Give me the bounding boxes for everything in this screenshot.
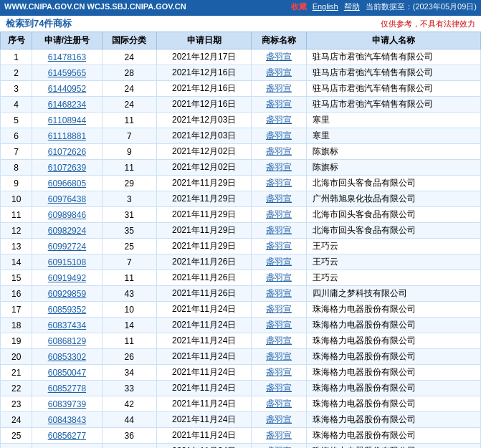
cell-intl-class: 26 bbox=[102, 349, 157, 365]
cell-trademark-name[interactable]: 盏羽宣 bbox=[252, 349, 307, 365]
cell-trademark-name[interactable]: 盏羽宣 bbox=[252, 81, 307, 97]
cell-app-no[interactable]: 60966805 bbox=[32, 176, 102, 191]
cell-seq: 10 bbox=[1, 191, 32, 207]
cell-app-date: 2021年12月03日 bbox=[157, 128, 252, 144]
cell-app-no[interactable]: 60976438 bbox=[32, 191, 102, 207]
cell-trademark-name[interactable]: 盏羽宣 bbox=[252, 49, 307, 65]
cell-trademark-name[interactable]: 盏羽宣 bbox=[252, 286, 307, 302]
cell-app-no[interactable]: 61118881 bbox=[32, 128, 102, 144]
table-row: 1860837434142021年11月24日盏羽宣珠海格力电器股份有限公司 bbox=[1, 318, 481, 333]
cell-intl-class: 7 bbox=[102, 254, 157, 270]
cell-seq: 24 bbox=[1, 412, 32, 428]
cell-app-date: 2021年12月16日 bbox=[157, 81, 252, 97]
cell-app-no[interactable]: 60837434 bbox=[32, 318, 102, 333]
cell-trademark-name[interactable]: 盏羽宣 bbox=[252, 254, 307, 270]
cell-intl-class: 33 bbox=[102, 381, 157, 396]
cell-seq: 6 bbox=[1, 128, 32, 144]
cell-seq: 4 bbox=[1, 97, 32, 113]
english-link[interactable]: English bbox=[313, 2, 338, 11]
cell-app-no[interactable]: 60852778 bbox=[32, 381, 102, 396]
cell-intl-class: 44 bbox=[102, 412, 157, 428]
cell-applicant: 王巧云 bbox=[306, 239, 480, 254]
cell-trademark-name[interactable]: 盏羽宣 bbox=[252, 191, 307, 207]
cell-trademark-name[interactable]: 盏羽宣 bbox=[252, 128, 307, 144]
cell-app-no[interactable]: 61072639 bbox=[32, 160, 102, 176]
cell-app-date: 2021年12月16日 bbox=[157, 97, 252, 113]
cell-app-no[interactable]: 61478163 bbox=[32, 49, 102, 65]
cell-app-date: 2021年11月29日 bbox=[157, 223, 252, 239]
cell-app-no[interactable]: 60853302 bbox=[32, 349, 102, 365]
cell-app-no[interactable]: 60982924 bbox=[32, 223, 102, 239]
disclaimer-text: 仅供参考，不具有法律效力 bbox=[381, 19, 475, 29]
notice-bar: 检索到74件商标 仅供参考，不具有法律效力 bbox=[0, 16, 481, 32]
cell-trademark-name[interactable]: 盏羽宣 bbox=[252, 113, 307, 128]
cell-seq: 23 bbox=[1, 396, 32, 412]
cell-applicant: 驻马店市君弛汽车销售有限公司 bbox=[306, 49, 480, 65]
cell-trademark-name[interactable]: 盏羽宣 bbox=[252, 176, 307, 191]
cell-applicant: 陈旗标 bbox=[306, 160, 480, 176]
collect-link[interactable]: 收藏 bbox=[291, 1, 307, 12]
cell-seq: 16 bbox=[1, 286, 32, 302]
cell-applicant: 珠海格力电器股份有限公司 bbox=[306, 349, 480, 365]
cell-trademark-name[interactable]: 盏羽宣 bbox=[252, 444, 307, 449]
cell-app-no[interactable]: 61459565 bbox=[32, 65, 102, 81]
cell-intl-class: 7 bbox=[102, 128, 157, 144]
table-row: 76107262692021年12月02日盏羽宣陈旗标 bbox=[1, 144, 481, 160]
cell-app-date: 2021年11月24日 bbox=[157, 318, 252, 333]
cell-trademark-name[interactable]: 盏羽宣 bbox=[252, 302, 307, 318]
cell-app-no[interactable]: 60989846 bbox=[32, 207, 102, 223]
cell-trademark-name[interactable]: 盏羽宣 bbox=[252, 428, 307, 444]
cell-intl-class: 35 bbox=[102, 223, 157, 239]
cell-app-no[interactable]: 61440952 bbox=[32, 81, 102, 97]
cell-trademark-name[interactable]: 盏羽宣 bbox=[252, 239, 307, 254]
cell-app-no[interactable]: 61072626 bbox=[32, 144, 102, 160]
cell-app-no[interactable]: 60856277 bbox=[32, 428, 102, 444]
cell-applicant: 驻马店市君弛汽车销售有限公司 bbox=[306, 97, 480, 113]
cell-app-no[interactable]: 61108944 bbox=[32, 113, 102, 128]
cell-app-no[interactable]: 60868129 bbox=[32, 333, 102, 349]
cell-intl-class: 11 bbox=[102, 160, 157, 176]
cell-trademark-name[interactable]: 盏羽宣 bbox=[252, 381, 307, 396]
cell-app-date: 2021年11月24日 bbox=[157, 333, 252, 349]
cell-seq: 7 bbox=[1, 144, 32, 160]
cell-intl-class: 9 bbox=[102, 144, 157, 160]
cell-trademark-name[interactable]: 盏羽宣 bbox=[252, 270, 307, 286]
cell-applicant: 驻马店市君弛汽车销售有限公司 bbox=[306, 81, 480, 97]
result-count: 检索到74件商标 bbox=[6, 17, 72, 30]
cell-app-date: 2021年11月24日 bbox=[157, 365, 252, 381]
cell-trademark-name[interactable]: 盏羽宣 bbox=[252, 160, 307, 176]
cell-app-no[interactable]: 61468234 bbox=[32, 97, 102, 113]
cell-trademark-name[interactable]: 盏羽宣 bbox=[252, 412, 307, 428]
cell-app-no[interactable]: 60859352 bbox=[32, 302, 102, 318]
cell-app-no[interactable]: 60850047 bbox=[32, 365, 102, 381]
table-row: 66111888172021年12月03日盏羽宣寒里 bbox=[1, 128, 481, 144]
cell-trademark-name[interactable]: 盏羽宣 bbox=[252, 65, 307, 81]
cell-app-date: 2021年11月24日 bbox=[157, 428, 252, 444]
cell-trademark-name[interactable]: 盏羽宣 bbox=[252, 318, 307, 333]
table-row: 1260982924352021年11月29日盏羽宣北海市回头客食品有限公司 bbox=[1, 223, 481, 239]
cell-app-no[interactable]: 60915108 bbox=[32, 254, 102, 270]
cell-app-date: 2021年11月24日 bbox=[157, 412, 252, 428]
cell-trademark-name[interactable]: 盏羽宣 bbox=[252, 97, 307, 113]
table-row: 2360839739422021年11月24日盏羽宣珠海格力电器股份有限公司 bbox=[1, 396, 481, 412]
cell-intl-class: 10 bbox=[102, 302, 157, 318]
cell-trademark-name[interactable]: 盏羽宣 bbox=[252, 333, 307, 349]
cell-app-date: 2021年11月24日 bbox=[157, 444, 252, 449]
cell-app-no[interactable]: 60843843 bbox=[32, 412, 102, 428]
cell-trademark-name[interactable]: 盏羽宣 bbox=[252, 223, 307, 239]
cell-trademark-name[interactable]: 盏羽宣 bbox=[252, 365, 307, 381]
cell-app-no[interactable]: 60992724 bbox=[32, 239, 102, 254]
cell-app-no[interactable]: 60929859 bbox=[32, 286, 102, 302]
cell-seq: 22 bbox=[1, 381, 32, 396]
cell-app-no[interactable]: 60850418 bbox=[32, 444, 102, 449]
cell-trademark-name[interactable]: 盏羽宣 bbox=[252, 207, 307, 223]
cell-applicant: 珠海格力电器股份有限公司 bbox=[306, 318, 480, 333]
cell-trademark-name[interactable]: 盏羽宣 bbox=[252, 396, 307, 412]
cell-applicant: 北海市回头客食品有限公司 bbox=[306, 207, 480, 223]
cell-app-no[interactable]: 60839739 bbox=[32, 396, 102, 412]
cell-app-no[interactable]: 60919492 bbox=[32, 270, 102, 286]
cell-seq: 8 bbox=[1, 160, 32, 176]
cell-trademark-name[interactable]: 盏羽宣 bbox=[252, 144, 307, 160]
table-row: 1960868129112021年11月24日盏羽宣珠海格力电器股份有限公司 bbox=[1, 333, 481, 349]
help-link[interactable]: 帮助 bbox=[344, 1, 360, 12]
